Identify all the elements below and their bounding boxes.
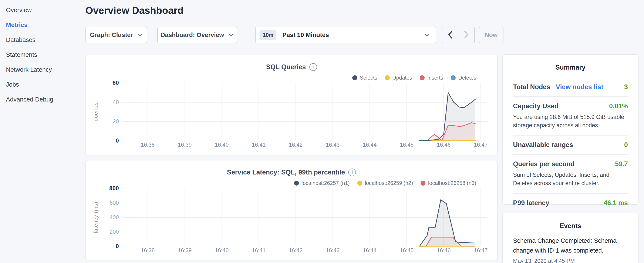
service-latency-chart-card: Service Latency: SQL, 99th percentile i … [86, 160, 498, 260]
sidebar-item-jobs[interactable]: Jobs [0, 77, 86, 92]
event-text: Schema Change Completed: Schema change w… [513, 236, 628, 255]
time-range-dropdown[interactable]: 10m Past 10 Minutes [255, 27, 436, 43]
sidebar-item-databases[interactable]: Databases [0, 32, 86, 47]
summary-title: Summary [503, 55, 638, 71]
now-button[interactable]: Now [479, 27, 504, 43]
summary-row-label: Capacity Used [513, 102, 558, 110]
summary-row-value: 46.1 ms [604, 199, 628, 207]
chevron-right-icon [463, 30, 470, 40]
time-step-forward-button[interactable] [458, 27, 474, 43]
summary-row-value: 0.01% [609, 102, 628, 110]
events-panel: Events Schema Change Completed: Schema c… [502, 213, 638, 263]
x-axis-ticks: 16:3816:3916:4016:4116:4216:4316:4416:45… [129, 141, 499, 148]
summary-row-p99-latency: P99 latency 46.1 ms [513, 194, 628, 212]
chevron-down-icon [229, 34, 234, 37]
time-step-back-button[interactable] [442, 27, 458, 43]
time-range-label: Past 10 Minutes [282, 32, 329, 39]
summary-row-total-nodes: Total Nodes View nodes list 3 [513, 78, 628, 97]
overview-dashboard-page: { "sidebar": { "items": [ { "label": "Ov… [0, 0, 644, 263]
time-range-badge: 10m [260, 30, 276, 40]
summary-row-capacity-used: Capacity Used 0.01% You are using 28.6 M… [513, 97, 628, 136]
sidebar-item-advanced-debug[interactable]: Advanced Debug [0, 92, 86, 107]
graph-scope-dropdown-label: Graph: Cluster [90, 32, 133, 39]
y-axis-unit-label: latency (ms) [93, 188, 99, 246]
sidebar: Overview Metrics Databases Statements Ne… [0, 0, 86, 263]
summary-row-label: Unavailable ranges [513, 141, 573, 149]
toolbar-divider [249, 27, 249, 43]
x-axis-ticks: 16:3816:3916:4016:4116:4216:4316:4416:45… [129, 247, 499, 254]
event-list-item[interactable]: Schema Change Completed: Schema change w… [513, 236, 628, 263]
summary-row-label: Total Nodes [513, 83, 550, 91]
summary-row-queries-per-second: Queries per second 59.7 Sum of Selects, … [513, 155, 628, 193]
sql-queries-plot[interactable] [86, 55, 498, 156]
chevron-left-icon [447, 30, 453, 40]
dashboard-dropdown[interactable]: Dashboard: Overview [157, 27, 237, 43]
event-timestamp: May 13, 2020 at 4:45 PM [513, 258, 628, 263]
service-latency-plot[interactable] [86, 160, 498, 261]
sidebar-item-network-latency[interactable]: Network Latency [0, 62, 86, 77]
summary-row-value: 0 [624, 141, 628, 149]
graph-scope-dropdown[interactable]: Graph: Cluster [86, 27, 147, 43]
summary-panel: Summary Total Nodes View nodes list 3 Ca… [502, 54, 638, 205]
summary-row-subtext: Sum of Selects, Updates, Inserts, and De… [513, 171, 628, 187]
sidebar-item-overview[interactable]: Overview [0, 3, 86, 18]
summary-row-label: P99 latency [513, 199, 550, 207]
sidebar-item-metrics[interactable]: Metrics [0, 18, 86, 32]
dashboard-dropdown-label: Dashboard: Overview [160, 32, 224, 39]
sidebar-item-statements[interactable]: Statements [0, 47, 86, 62]
page-title: Overview Dashboard [86, 5, 184, 16]
summary-row-value: 3 [624, 83, 628, 91]
chevron-down-icon [138, 34, 143, 37]
time-step-buttons [442, 27, 475, 43]
sql-queries-chart-card: SQL Queries i Selects Updates Inserts De… [86, 55, 498, 155]
y-axis-unit-label: queries [93, 83, 99, 141]
summary-row-unavailable-ranges: Unavailable ranges 0 [513, 136, 628, 155]
chevron-down-icon [424, 33, 430, 37]
summary-row-subtext: You are using 28.6 MiB of 515.9 GiB usab… [513, 113, 628, 130]
summary-row-label: Queries per second [513, 160, 574, 168]
view-nodes-list-link[interactable]: View nodes list [556, 83, 603, 91]
summary-row-value: 59.7 [615, 160, 628, 168]
events-title: Events [503, 213, 638, 230]
